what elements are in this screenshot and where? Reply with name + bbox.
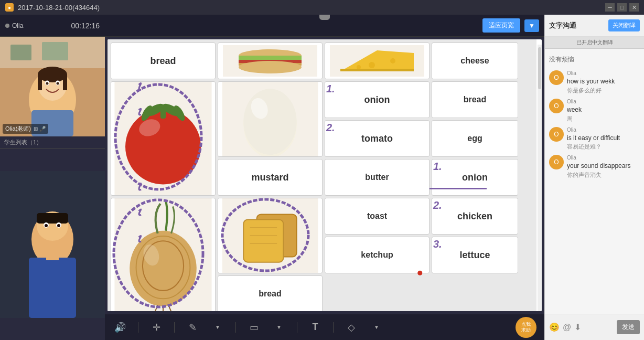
eraser-dropdown[interactable]: ▼ [369,320,384,335]
right-panel: 文字沟通 关闭翻译 已开启中文翻译 没有烦恼 O Olia how is you… [544,15,644,340]
download-icon[interactable]: ⬇ [574,322,581,332]
svg-rect-2 [10,45,31,60]
drag-handle[interactable] [319,15,330,20]
teacher-avatar-svg [0,37,105,136]
egg-svg [218,82,322,156]
svg-point-35 [357,65,361,69]
fit-dropdown-button[interactable]: ▼ [524,19,539,32]
message-content-1: Olia how is your wekk 你是多么的好 [567,70,640,94]
chat-message-2: O Olia week 周 [549,99,640,123]
card-tomato-image [111,81,216,196]
msg2-text: week [567,105,640,114]
tomato-svg [111,82,215,195]
window-controls[interactable]: ─ □ ✕ [605,3,639,12]
avatar-2: O [549,99,564,113]
student-list-text: 学生列表（1） [4,139,42,145]
card-bread-1: bread [111,42,216,79]
svg-point-34 [390,58,395,63]
chat-title: 文字沟通 [549,21,576,30]
bottom-toolbar: 🔊 ✛ ✎ ▼ ▭ ▼ T ◇ ▼ 点我求助 [105,314,544,340]
pen-dropdown[interactable]: ▼ [210,320,225,335]
card-bread-3: bread [218,275,323,311]
volume-button[interactable]: 🔊 [113,320,127,335]
svg-rect-23 [46,247,59,260]
card-egg-image [218,81,323,157]
compass-button[interactable]: ✛ [149,320,164,335]
drawn-number-3: 3. [433,238,442,250]
teacher-label: Olia(老师) ⊞ 🎤 [3,124,48,134]
teacher-mic-icon: 🎤 [39,126,46,132]
chat-messages: 没有烦恼 O Olia how is your wekk 你是多么的好 O Ol… [545,49,644,314]
drawn-number-2b: 2. [433,199,442,211]
maximize-button[interactable]: □ [617,3,627,12]
svg-rect-26 [239,56,302,60]
card-ketchup-text: ketchup [325,237,430,273]
svg-point-12 [57,82,59,85]
eraser-button[interactable]: ◇ [344,320,359,335]
drawn-number-1b: 1. [433,161,442,173]
emoji-icon[interactable]: 😊 [549,322,560,332]
send-button[interactable]: 发送 [617,320,640,334]
avatar-1: O [549,70,564,85]
message-content-2: Olia week 周 [567,99,640,123]
card-toast-image [218,198,323,273]
teacher-video-bg [0,37,105,136]
student-video [0,149,105,340]
student-avatar-svg [0,149,105,340]
card-onion-image [111,198,216,311]
rectangle-button[interactable]: ▭ [246,320,261,335]
whiteboard: bread [108,39,542,311]
msg0-text: 没有烦恼 [549,56,574,63]
chat-message-1: O Olia how is your wekk 你是多么的好 [549,70,640,94]
left-panel: Olia 00:12:16 [0,15,105,340]
avatar-3: O [549,127,564,142]
msg1-text: how is your wekk [567,77,640,86]
drawn-number-1: 1. [326,83,335,95]
chat-message-4: O Olia your sound disappears 你的声音消失 [549,155,640,179]
teacher-icons: ⊞ 🎤 [34,126,46,132]
card-cheese-text: cheese [432,42,518,79]
at-icon[interactable]: @ [563,323,571,332]
minimize-button[interactable]: ─ [605,3,615,12]
svg-point-48 [243,89,296,155]
svg-point-51 [130,231,197,306]
toolbar-divider-5 [333,322,334,333]
sandwich-svg [223,45,317,77]
svg-point-6 [38,67,67,82]
student-list-label: 学生列表（1） [0,136,105,149]
toolbar-divider-3 [235,322,236,333]
pen-button[interactable]: ✎ [185,320,200,335]
toolbar-divider-2 [174,322,175,333]
close-translate-button[interactable]: 关闭翻译 [608,19,640,31]
main-container: Olia 00:12:16 [0,15,644,340]
teacher-video: Olia(老师) ⊞ 🎤 [0,37,105,136]
rect-dropdown[interactable]: ▼ [272,320,286,335]
chat-footer: 😊 @ ⬇ 发送 [545,314,644,340]
chat-header: 文字沟通 关闭翻译 [545,15,644,37]
session-timer: 00:12:16 [71,22,100,30]
user-indicator: Olia [5,22,23,29]
drawn-number-2: 2. [326,122,335,134]
svg-rect-8 [63,75,67,90]
sender-1: Olia [567,70,640,76]
fit-width-button[interactable]: 适应页宽 [482,18,520,33]
text-button[interactable]: T [308,320,323,335]
svg-point-37 [125,109,201,184]
msg4-translation: 你的声音消失 [567,171,640,179]
scroll-indicator[interactable] [538,45,542,311]
chat-message-3: O Olia is it easy or difficult 容易还是难？ [549,127,640,151]
svg-rect-22 [29,258,76,318]
onion-svg [111,198,215,311]
card-lettuce-text: 3. lettuce [432,237,518,273]
msg4-text: your sound disappears [567,162,640,171]
help-button[interactable]: 点我求助 [516,317,536,338]
sender-4: Olia [567,155,640,161]
teacher-name: Olia(老师) [5,125,31,133]
center-top-bar: 适应页宽 ▼ [105,15,544,37]
svg-rect-17 [37,213,68,224]
chat-message-0: 没有烦恼 [549,53,640,66]
card-cheese-image [325,42,430,79]
msg1-translation: 你是多么的好 [567,87,640,94]
close-button[interactable]: ✕ [629,3,639,12]
card-chicken-text: 2. chicken [432,198,518,235]
